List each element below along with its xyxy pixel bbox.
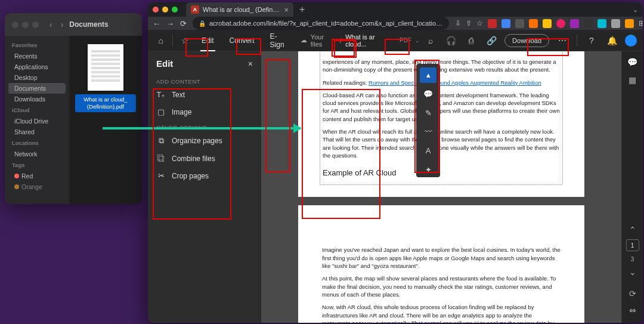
finder-sidebar: Favorites Recents Applications Desktop D… [5, 36, 69, 204]
heading-example: Example of AR Cloud [323, 168, 560, 178]
add-image-button[interactable]: ▢ Image [148, 103, 261, 121]
crop-pages-button[interactable]: ✂ Crop pages [148, 167, 261, 184]
forward-button[interactable]: → [166, 19, 174, 28]
fit-width-icon[interactable]: ⇔ [629, 306, 636, 315]
sidebar-item-recents[interactable]: Recents [5, 51, 69, 61]
chevron-down-icon[interactable]: ⌄ [633, 6, 638, 14]
star-tool-icon[interactable]: ☆ [178, 33, 191, 48]
forward-icon[interactable]: › [61, 20, 64, 29]
image-icon: ▢ [156, 107, 166, 116]
browser-tab[interactable]: A What is ar cloud_ (Definition) × [186, 2, 293, 17]
grid-icon[interactable]: ▦ [628, 75, 636, 85]
sidebar-item-icloud-drive[interactable]: iCloud Drive [5, 116, 69, 126]
sidebar-item-desktop[interactable]: Desktop [5, 72, 69, 83]
app-toolbar: ⌂ ☆ Edit Convert E-Sign ☁ Your files / W… [148, 30, 643, 51]
search-icon[interactable]: ⌕ [423, 33, 438, 48]
ext-icon[interactable] [597, 19, 606, 28]
file-name: What is ar cloud_ (Definition).pdf [75, 94, 136, 112]
page-down-icon[interactable]: ⌄ [629, 267, 636, 277]
page-up-icon[interactable]: ⌃ [629, 225, 636, 234]
add-text-button[interactable]: T₊ Text [148, 86, 261, 103]
ext-icon[interactable] [529, 19, 538, 28]
reload-button[interactable]: ⟳ [180, 19, 187, 28]
link-icon[interactable]: 🔗 [484, 33, 499, 48]
highlight-tool-icon[interactable]: ✎ [420, 105, 436, 121]
sidebar-item-shared[interactable]: Shared [5, 126, 69, 137]
ext-icon[interactable] [501, 19, 510, 28]
bell-icon[interactable]: 🔔 [605, 33, 619, 48]
account-avatar[interactable] [625, 35, 637, 47]
document-area[interactable]: experiences of any moment, place, and ma… [261, 51, 621, 323]
combine-icon: ⿻ [156, 154, 166, 163]
close-tab-icon[interactable]: × [284, 5, 289, 14]
print-icon[interactable]: ⎙ [464, 33, 478, 48]
finder-titlebar: ‹ › Documents [5, 13, 142, 36]
right-rail: 💬 ▦ ⌃ 1 3 ⌄ ⟳ ⇔ ⊕ ⊖ [621, 51, 643, 323]
close-panel-icon[interactable]: × [248, 59, 253, 69]
panel-title: Edit [156, 58, 173, 69]
browser-window: A What is ar cloud_ (Definition) × + ⌄ ←… [148, 2, 643, 323]
new-tab-button[interactable]: + [299, 4, 305, 15]
ext-icon[interactable] [556, 19, 565, 28]
floating-edit-toolbar: ▴ 💬 ✎ 〰 A ✦ [416, 64, 440, 177]
address-bar[interactable]: 🔒 acrobat.adobe.com/link/file/?x_api_cli… [193, 17, 449, 30]
sidebar-item-applications[interactable]: Applications [5, 61, 69, 72]
tag-orange[interactable]: Orange [5, 181, 69, 192]
ext-icon[interactable] [625, 19, 634, 28]
sidebar-item-network[interactable]: Network [5, 149, 69, 159]
file-item[interactable]: What is ar cloud_ (Definition).pdf [75, 44, 136, 112]
acrobat-favicon-icon: A [191, 5, 199, 14]
edit-side-panel: Edit × ADD CONTENT T₊ Text ▢ Image OTHER… [148, 51, 261, 323]
organize-icon: ⧉ [156, 136, 166, 146]
textbox-tool-icon[interactable]: A [420, 143, 436, 159]
headphones-icon[interactable]: 🎧 [444, 33, 458, 48]
zoom-in-icon[interactable]: ⊕ [629, 322, 636, 323]
ext-abp-icon[interactable] [488, 19, 497, 28]
comment-tool-icon[interactable]: 💬 [420, 87, 436, 102]
ext-icon[interactable] [611, 19, 620, 28]
extensions-icon[interactable]: ⊞ [639, 19, 643, 27]
tab-convert[interactable]: Convert [224, 32, 261, 49]
acrobat-app: ⌂ ☆ Edit Convert E-Sign ☁ Your files / W… [148, 30, 643, 323]
finder-content: What is ar cloud_ (Definition).pdf [69, 36, 142, 204]
more-icon[interactable]: ⋯ [555, 33, 569, 48]
tab-esign[interactable]: E-Sign [264, 32, 297, 49]
lock-icon: 🔒 [199, 20, 206, 27]
finder-window: ‹ › Documents Favorites Recents Applicat… [5, 13, 142, 204]
breadcrumb: ☁ Your files / What is ar cloud... PDF ⌄ [301, 33, 420, 48]
tab-strip: A What is ar cloud_ (Definition) × + ⌄ [148, 2, 643, 17]
combine-files-button[interactable]: ⿻ Combine files [148, 150, 261, 167]
help-icon[interactable]: ? [584, 33, 599, 48]
home-icon[interactable]: ⌂ [154, 33, 168, 48]
tab-edit[interactable]: Edit [196, 32, 220, 49]
draw-tool-icon[interactable]: 〰 [420, 124, 436, 140]
ext-icon[interactable] [543, 19, 552, 28]
back-icon[interactable]: ‹ [49, 20, 52, 29]
pdf-page[interactable]: experiences of any moment, place, and ma… [298, 51, 584, 197]
related-link[interactable]: Rumors and Speculation Around Apples Aug… [369, 79, 541, 86]
install-icon[interactable]: ⇩ [455, 19, 461, 27]
page-number-input[interactable]: 1 [626, 239, 639, 251]
rotate-icon[interactable]: ⟳ [629, 289, 636, 298]
organize-pages-button[interactable]: ⧉ Organize pages [148, 132, 261, 150]
chevron-down-icon[interactable]: ⌄ [415, 38, 420, 44]
pdf-thumbnail-icon [88, 44, 123, 91]
finder-traffic-lights[interactable] [12, 21, 39, 28]
select-tool-icon[interactable]: ▴ [420, 67, 436, 83]
pdf-page[interactable]: Imagine you've reached Japan and want to… [298, 205, 584, 323]
back-button[interactable]: ← [153, 19, 160, 28]
download-button[interactable]: Download [504, 34, 549, 47]
sidebar-item-documents[interactable]: Documents [8, 83, 66, 94]
browser-traffic-lights[interactable] [153, 7, 178, 13]
share-icon[interactable]: ⇧ [466, 19, 472, 27]
tag-red[interactable]: Red [5, 171, 69, 181]
ext-icon[interactable] [570, 19, 579, 28]
star-icon[interactable]: ☆ [476, 19, 483, 27]
erase-tool-icon[interactable]: ✦ [420, 162, 436, 177]
crop-icon: ✂ [156, 171, 166, 180]
sidebar-item-downloads[interactable]: Downloads [5, 94, 69, 104]
ext-icon[interactable] [515, 19, 524, 28]
comment-icon[interactable]: 💬 [627, 57, 637, 67]
finder-title: Documents [69, 20, 108, 29]
ext-icon[interactable] [584, 19, 593, 28]
